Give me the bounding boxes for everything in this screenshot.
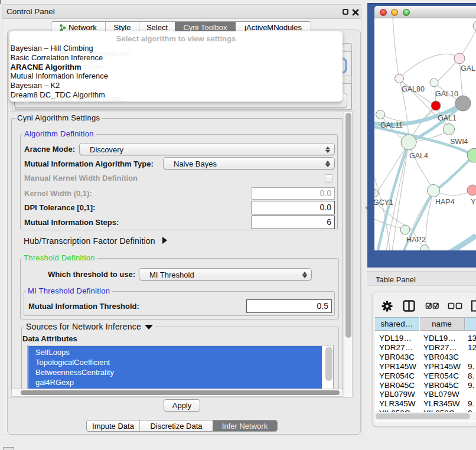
svg-text:HAP4: HAP4 [435,198,455,206]
svg-text:GAL10: GAL10 [435,90,458,98]
svg-text:GAL80: GAL80 [402,85,425,93]
svg-text:SWI4: SWI4 [450,138,468,146]
svg-text:GAL11: GAL11 [380,121,403,129]
svg-text:GAL: GAL [461,64,475,73]
svg-text:GAL1: GAL1 [438,114,457,122]
svg-text:GCY1: GCY1 [374,198,393,207]
svg-text:Y: Y [471,198,476,206]
svg-text:GAL4: GAL4 [409,152,428,160]
svg-text:HAP2: HAP2 [406,236,426,244]
